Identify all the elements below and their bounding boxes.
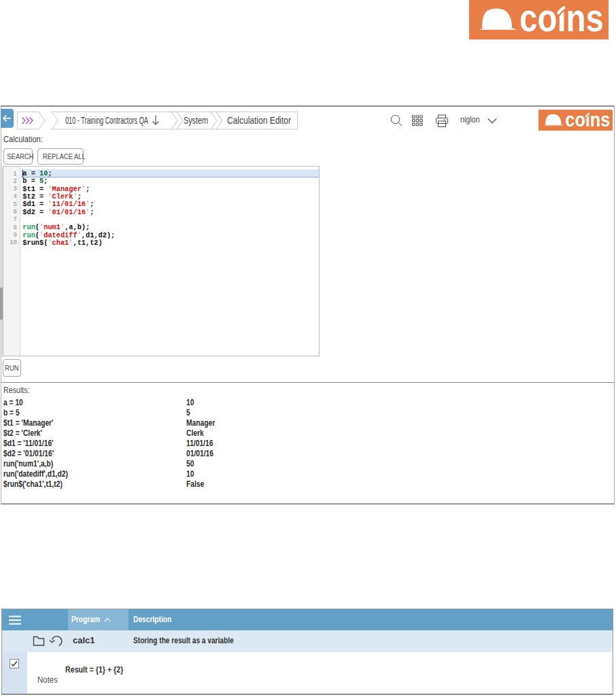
svg-text:Calculation Editor: Calculation Editor <box>227 115 291 126</box>
svg-text:010 - Training Contractors QA: 010 - Training Contractors QA <box>65 115 148 126</box>
svg-text:coıns: coıns <box>519 0 604 39</box>
svg-text:System: System <box>184 115 208 126</box>
svg-text:coıns: coıns <box>565 109 610 131</box>
